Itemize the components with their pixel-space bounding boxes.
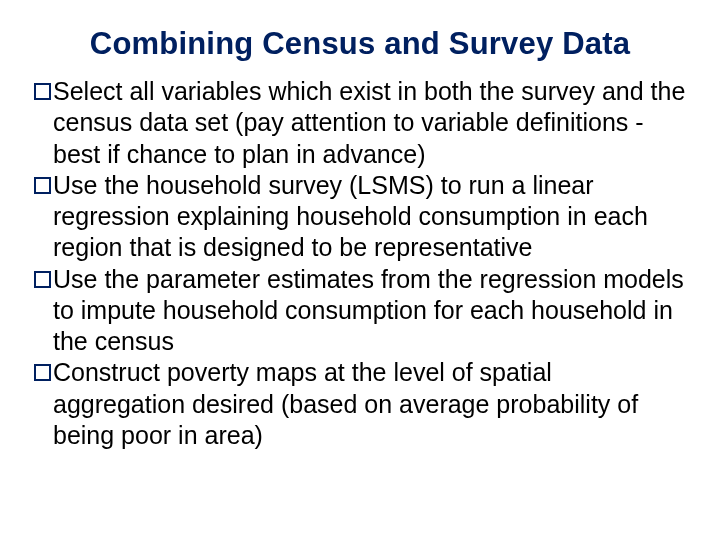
list-item: Use the parameter estimates from the reg… [34, 264, 686, 358]
bullet-text: Select all variables which exist in both… [53, 76, 686, 170]
checkbox-bullet-icon [34, 83, 51, 100]
bullet-text: Construct poverty maps at the level of s… [53, 357, 686, 451]
slide-title: Combining Census and Survey Data [34, 26, 686, 62]
bullet-text: Use the parameter estimates from the reg… [53, 264, 686, 358]
slide: Combining Census and Survey Data Select … [0, 0, 720, 540]
checkbox-bullet-icon [34, 271, 51, 288]
list-item: Select all variables which exist in both… [34, 76, 686, 170]
checkbox-bullet-icon [34, 364, 51, 381]
list-item: Use the household survey (LSMS) to run a… [34, 170, 686, 264]
checkbox-bullet-icon [34, 177, 51, 194]
list-item: Construct poverty maps at the level of s… [34, 357, 686, 451]
bullet-text: Use the household survey (LSMS) to run a… [53, 170, 686, 264]
bullet-list: Select all variables which exist in both… [34, 76, 686, 451]
